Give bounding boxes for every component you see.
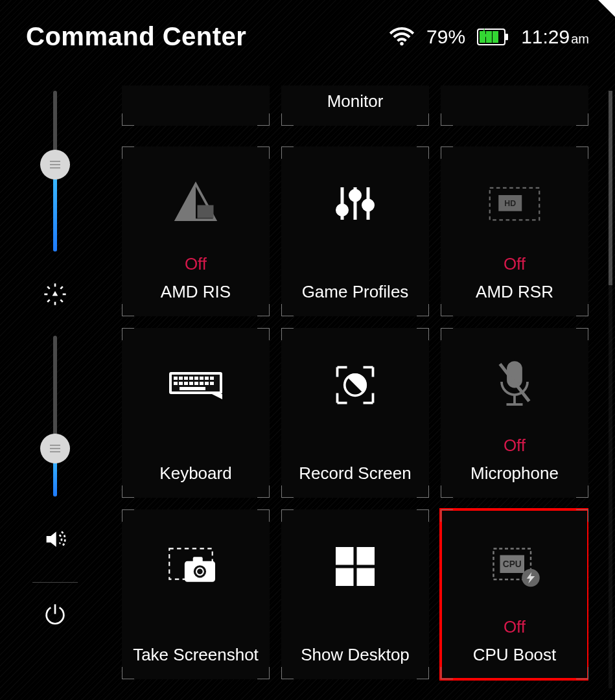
brightness-slider-handle[interactable] bbox=[40, 150, 70, 180]
tile-title: Take Screenshot bbox=[126, 645, 265, 665]
tile-title: CPU Boost bbox=[467, 645, 563, 665]
svg-rect-32 bbox=[189, 377, 193, 380]
svg-line-13 bbox=[47, 299, 50, 302]
svg-rect-30 bbox=[179, 377, 183, 380]
svg-rect-60 bbox=[357, 568, 375, 587]
svg-marker-46 bbox=[212, 394, 222, 399]
svg-rect-31 bbox=[184, 377, 188, 380]
svg-point-55 bbox=[194, 565, 206, 578]
battery-percent: 79% bbox=[426, 26, 465, 48]
svg-rect-36 bbox=[210, 377, 214, 380]
clock: 11:29am bbox=[521, 26, 589, 48]
tile-monitor[interactable]: Monitor bbox=[281, 86, 429, 126]
tile-title: Keyboard bbox=[153, 463, 238, 484]
svg-rect-37 bbox=[174, 382, 178, 385]
tile-game-profiles[interactable]: Game Profiles bbox=[281, 146, 429, 316]
tile-amd-ris[interactable]: OffAMD RIS bbox=[122, 146, 270, 316]
svg-marker-6 bbox=[52, 291, 58, 296]
svg-line-12 bbox=[60, 299, 63, 302]
app-title: Command Center bbox=[26, 22, 246, 51]
svg-rect-34 bbox=[200, 377, 203, 380]
scrollbar[interactable] bbox=[609, 91, 612, 688]
svg-rect-58 bbox=[357, 547, 375, 565]
tile-title: Record Screen bbox=[292, 463, 417, 484]
tile-title: AMD RSR bbox=[469, 282, 560, 302]
tile-microphone[interactable]: OffMicrophone bbox=[441, 328, 588, 498]
svg-rect-33 bbox=[194, 377, 198, 380]
power-icon[interactable] bbox=[42, 602, 68, 628]
keyboard-icon bbox=[122, 359, 270, 411]
tile-record-screen[interactable]: Record Screen bbox=[281, 328, 429, 498]
tile-status: Off bbox=[185, 254, 207, 274]
svg-point-22 bbox=[351, 191, 360, 200]
brightness-icon bbox=[42, 281, 68, 307]
show-desktop-icon bbox=[281, 541, 429, 592]
svg-line-11 bbox=[47, 286, 50, 289]
svg-rect-42 bbox=[200, 382, 203, 385]
svg-rect-44 bbox=[210, 382, 214, 385]
tile-title: Show Desktop bbox=[294, 645, 416, 665]
svg-rect-40 bbox=[189, 382, 193, 385]
svg-line-14 bbox=[60, 286, 63, 289]
volume-slider-handle[interactable] bbox=[40, 434, 70, 463]
svg-rect-38 bbox=[179, 382, 183, 385]
svg-rect-57 bbox=[336, 547, 354, 565]
tile-status: Off bbox=[504, 436, 526, 456]
svg-point-21 bbox=[338, 205, 347, 215]
svg-rect-39 bbox=[184, 382, 188, 385]
svg-point-23 bbox=[364, 200, 373, 210]
svg-rect-35 bbox=[205, 377, 209, 380]
svg-text:CPU: CPU bbox=[503, 559, 522, 569]
svg-rect-1 bbox=[505, 34, 508, 40]
volume-icon bbox=[42, 526, 68, 552]
svg-rect-29 bbox=[174, 377, 178, 380]
take-screenshot-icon bbox=[122, 541, 270, 592]
microphone-icon bbox=[441, 359, 588, 411]
wifi-icon bbox=[389, 24, 415, 50]
game-profiles-icon bbox=[281, 178, 429, 229]
svg-rect-59 bbox=[336, 568, 354, 587]
tile-peek-right[interactable] bbox=[441, 86, 588, 126]
svg-rect-45 bbox=[180, 387, 205, 390]
svg-rect-54 bbox=[193, 557, 203, 563]
tile-status: Off bbox=[504, 617, 526, 637]
svg-rect-16 bbox=[198, 205, 214, 218]
svg-rect-4 bbox=[493, 31, 498, 43]
amd-ris-icon bbox=[122, 178, 270, 229]
tile-status: Off bbox=[504, 254, 526, 274]
tile-title: AMD RIS bbox=[154, 282, 237, 302]
amd-rsr-icon: HD bbox=[441, 178, 588, 229]
svg-rect-41 bbox=[194, 382, 198, 385]
battery-icon bbox=[477, 29, 509, 45]
svg-text:HD: HD bbox=[504, 198, 516, 207]
volume-slider[interactable] bbox=[53, 336, 57, 496]
tile-title: Game Profiles bbox=[296, 282, 415, 302]
tile-peek-left[interactable] bbox=[122, 86, 270, 126]
svg-rect-3 bbox=[486, 31, 492, 43]
brightness-slider[interactable] bbox=[53, 91, 57, 251]
svg-rect-43 bbox=[205, 382, 209, 385]
tile-title: Microphone bbox=[464, 463, 565, 484]
tile-title: Monitor bbox=[321, 91, 390, 111]
tile-cpu-boost[interactable]: CPUOffCPU Boost bbox=[441, 509, 588, 679]
tile-take-screenshot[interactable]: Take Screenshot bbox=[122, 509, 270, 679]
cpu-boost-icon: CPU bbox=[441, 541, 588, 592]
record-screen-icon bbox=[281, 359, 429, 411]
tile-keyboard[interactable]: Keyboard bbox=[122, 328, 270, 498]
tile-show-desktop[interactable]: Show Desktop bbox=[281, 509, 429, 679]
tile-amd-rsr[interactable]: HDOffAMD RSR bbox=[441, 146, 588, 316]
